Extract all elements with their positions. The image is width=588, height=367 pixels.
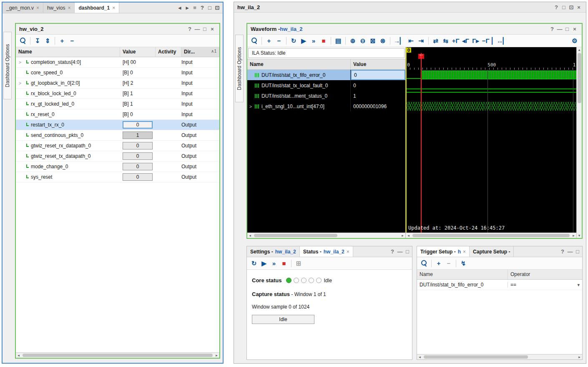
scroll-tabs-left-icon[interactable]: ◂ [176, 3, 183, 13]
add-probe-icon[interactable]: + [264, 36, 274, 46]
reset-zoom-icon[interactable]: ⊗ [378, 36, 387, 46]
signal-column-value[interactable]: Value [351, 59, 405, 69]
expander-icon[interactable]: > [248, 104, 253, 109]
scrollbar-thumb[interactable] [424, 355, 528, 359]
value-toggle-button[interactable]: 1 [123, 132, 153, 139]
go-to-end-icon[interactable]: ⇥ [417, 36, 426, 46]
maximize-icon[interactable]: □ [404, 248, 411, 256]
trigger-line[interactable] [421, 53, 422, 233]
vio-probe-row[interactable]: send_continous_pkts_01Output [16, 130, 219, 141]
value-toggle-button[interactable]: 0 [123, 142, 153, 149]
expander-icon[interactable]: > [18, 81, 23, 86]
help-icon[interactable]: ? [186, 25, 193, 33]
float-icon[interactable]: ⊡ [568, 3, 575, 11]
expand-collapse-icon[interactable]: ⇕ [43, 36, 52, 46]
dashboard-options-tab-right[interactable]: Dashboard Options [235, 35, 244, 102]
tab-close-icon[interactable]: × [463, 249, 466, 255]
run-trigger-immediate-icon[interactable]: ↻ [289, 36, 298, 46]
remove-probe-icon[interactable]: − [274, 36, 284, 46]
maximize-icon[interactable]: □ [560, 3, 568, 11]
vio-probe-row[interactable]: gtwiz_reset_rx_datapath_00Output [16, 141, 219, 151]
scrollbar-thumb[interactable] [254, 234, 337, 237]
scroll-tabs-right-icon[interactable]: ▸ [183, 3, 191, 13]
tab-close-icon[interactable]: × [68, 5, 70, 11]
vio-probe-row[interactable]: restart_tx_rx_00Output [16, 120, 219, 130]
tab-close-icon[interactable]: × [347, 249, 349, 255]
minimize-icon[interactable]: — [396, 248, 404, 256]
search-icon[interactable] [420, 259, 429, 268]
zoom-in-icon[interactable]: ⊕ [348, 36, 357, 46]
run-trigger-icon[interactable]: ▶ [299, 36, 308, 46]
dropdown-chevron-icon[interactable]: ▾ [577, 282, 580, 288]
tab-list-icon[interactable]: ≡ [191, 3, 199, 13]
vio-probe-row[interactable]: rx_block_lock_led_0[B] 1Input [16, 89, 219, 99]
column-header-name[interactable]: Name [16, 47, 120, 57]
help-icon[interactable]: ? [548, 25, 556, 33]
zero-marker-flag[interactable]: 0 [406, 48, 411, 53]
vio-probe-row[interactable]: >gt_loopback_in_0[2:0][H] 2Input [16, 78, 219, 89]
go-to-start-icon[interactable]: ⇤ [407, 36, 416, 46]
help-icon[interactable]: ? [389, 248, 396, 256]
export-ila-data-icon[interactable]: ▤ [334, 36, 343, 46]
trigger-state-machine-icon[interactable]: ↯ [459, 259, 468, 268]
fit-markers-icon[interactable]: ▏↔▏ [491, 36, 509, 46]
help-icon[interactable]: ? [559, 248, 566, 256]
tab-dashboard_1[interactable]: dashboard_1× [75, 3, 119, 13]
value-toggle-button[interactable]: 0 [123, 152, 153, 160]
collapse-all-icon[interactable]: ↧ [33, 36, 42, 46]
run-trigger-immediate-icon[interactable]: ↻ [249, 259, 259, 268]
close-icon[interactable]: × [571, 25, 578, 33]
trigger-tab-0[interactable]: Trigger Setup - h× [417, 246, 470, 257]
vio-probe-row[interactable]: rx_reset_0[B] 0Input [16, 109, 219, 120]
value-toggle-button[interactable]: 0 [123, 121, 153, 129]
tab-close-icon[interactable]: × [112, 5, 115, 11]
remove-probe-icon[interactable]: − [444, 259, 453, 268]
scroll-right-icon[interactable]: ▸ [214, 353, 219, 358]
waveform-scrollbar[interactable]: ◂ ▸ [406, 233, 576, 238]
signal-row[interactable]: DUT/inst/stat_tx_local_fault_00 [247, 80, 405, 91]
signal-row[interactable]: DUT/inst/stat_tx_fifo_error_00 [247, 70, 405, 80]
trigger-column-name[interactable]: Name [417, 270, 508, 279]
waveform-display[interactable]: 0 T 05001 Updated at: 2024-Oct-24 16:45:… [406, 47, 576, 238]
minimize-icon[interactable]: — [193, 25, 201, 33]
expander-icon[interactable]: > [18, 60, 23, 65]
scrollbar-thumb[interactable] [23, 354, 213, 357]
float-icon[interactable]: ⊡ [214, 3, 221, 13]
vio-probe-row[interactable]: mode_change_00Output [16, 162, 219, 172]
vio-probe-row[interactable]: >completion_status[4:0][H] 00Input [16, 57, 219, 68]
swap-forward-icon[interactable]: ⇄ [431, 36, 440, 46]
scroll-left-icon[interactable]: ◂ [16, 353, 21, 358]
trigger-column-operator[interactable]: Operator [508, 270, 582, 279]
trigger-operator-cell[interactable]: ==▾ [508, 282, 582, 288]
vio-horizontal-scrollbar[interactable]: ◂ ▸ [16, 352, 219, 358]
column-header-direction[interactable]: Dir... ∧1 [181, 47, 219, 57]
settings-icon[interactable]: ⚙ [570, 36, 579, 46]
zero-marker-line[interactable] [406, 47, 407, 233]
tab-hw_vios[interactable]: hw_vios× [43, 3, 75, 13]
column-header-value[interactable]: Value [120, 47, 156, 57]
value-toggle-button[interactable]: 0 [123, 163, 153, 170]
tab-_gen_mon-v[interactable]: _gen_mon.v× [3, 3, 43, 13]
scrollbar-thumb[interactable] [412, 234, 570, 237]
vio-probe-row[interactable]: core_speed_0[B] 0Input [16, 68, 219, 78]
search-icon[interactable] [250, 36, 259, 46]
search-icon[interactable] [18, 36, 28, 46]
column-header-activity[interactable]: Activity [156, 47, 181, 57]
next-marker-icon[interactable]: Γ▸ [471, 36, 480, 46]
zoom-out-icon[interactable]: ⊖ [358, 36, 367, 46]
add-probe-icon[interactable]: + [434, 259, 443, 268]
remove-marker-icon[interactable]: −Γ [481, 36, 490, 46]
scroll-right-icon[interactable]: ▸ [400, 233, 405, 238]
run-trigger-icon[interactable]: ▶ [259, 259, 269, 268]
waveform-title-link[interactable]: hw_ila_2 [280, 26, 302, 32]
vio-probe-row[interactable]: gtwiz_reset_tx_datapath_00Output [16, 151, 219, 162]
help-icon[interactable]: ? [553, 3, 560, 11]
waveform-vertical-scrollbar[interactable]: ▴ ▾ [576, 47, 582, 238]
scroll-up-icon[interactable]: ▴ [577, 48, 582, 52]
sub-tab-link[interactable]: h [458, 249, 461, 255]
capture-mode-icon[interactable]: ⊞ [294, 259, 303, 268]
value-toggle-button[interactable]: 0 [123, 173, 153, 181]
previous-marker-icon[interactable]: ◂Γ [461, 36, 470, 46]
scroll-left-icon[interactable]: ◂ [247, 233, 253, 238]
scroll-left-icon[interactable]: ◂ [406, 233, 411, 238]
